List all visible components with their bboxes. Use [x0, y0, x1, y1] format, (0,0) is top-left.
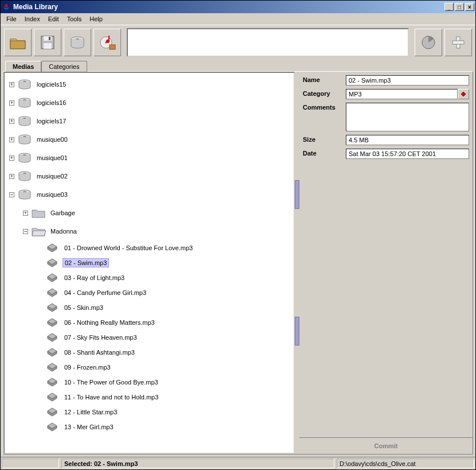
tree-node-label: musique02: [35, 172, 69, 180]
tree-file[interactable]: 13 - Mer Girl.mp3: [5, 419, 294, 434]
menu-index[interactable]: Index: [21, 14, 44, 24]
name-field[interactable]: [346, 75, 469, 86]
tree-file[interactable]: 11 - To Have and not to Hold.mp3: [5, 390, 294, 405]
tree-node-icon: [30, 225, 46, 238]
tree-volume[interactable]: +logiciels15: [5, 75, 294, 94]
pie-button[interactable]: [415, 29, 442, 56]
tree-node-icon: [44, 242, 60, 254]
detail-pane: Name Category Comments: [299, 72, 473, 454]
tree-node-label: Garbage: [49, 209, 77, 217]
svg-rect-13: [452, 41, 464, 44]
tree-file[interactable]: 12 - Little Star.mp3: [5, 405, 294, 419]
menu-file[interactable]: File: [3, 14, 20, 24]
tree-volume[interactable]: +musique00: [5, 130, 294, 149]
tree-file[interactable]: 04 - Candy Perfume Girl.mp3: [5, 285, 294, 300]
tree-node-icon: [44, 361, 60, 374]
tree-volume[interactable]: +logiciels17: [5, 112, 294, 130]
date-label: Date: [303, 149, 346, 157]
close-button[interactable]: ×: [465, 3, 474, 11]
tree-file[interactable]: 10 - The Power of Good Bye.mp3: [5, 375, 294, 390]
menu-help[interactable]: Help: [86, 14, 106, 24]
commit-button[interactable]: Commit: [299, 437, 473, 454]
tree-toggle[interactable]: +: [9, 174, 14, 179]
minimize-button[interactable]: _: [444, 3, 454, 11]
tree-file[interactable]: 02 - Swim.mp3: [5, 255, 294, 270]
svg-point-0: [5, 4, 8, 7]
maximize-button[interactable]: □: [455, 3, 464, 11]
titlebar[interactable]: Media Library _ □ ×: [1, 1, 475, 13]
svg-point-17: [23, 99, 26, 100]
tree-node-icon: [44, 331, 60, 344]
tab-medias[interactable]: Medias: [5, 61, 41, 72]
tree-file[interactable]: 01 - Drowned World - Substitue For Love.…: [5, 240, 294, 255]
tree-toggle[interactable]: –: [9, 192, 14, 197]
save-button[interactable]: [34, 29, 61, 56]
music-cd-button[interactable]: [93, 29, 121, 56]
tree-node-icon: [44, 257, 60, 269]
tree-file[interactable]: 09 - Frozen.mp3: [5, 360, 294, 375]
category-label: Category: [303, 89, 346, 97]
comments-label: Comments: [303, 103, 346, 111]
tree-toggle[interactable]: +: [9, 119, 14, 124]
tree-file[interactable]: 06 - Nothing Really Matters.mp3: [5, 315, 294, 330]
tree-node-label: logiciels17: [35, 117, 68, 125]
add-button[interactable]: [444, 29, 472, 56]
category-field[interactable]: [346, 89, 458, 99]
search-input[interactable]: [127, 28, 409, 57]
tree-file[interactable]: 03 - Ray of Light.mp3: [5, 270, 294, 285]
tree-node-icon: [44, 346, 60, 359]
svg-rect-4: [44, 43, 52, 49]
tree-toggle[interactable]: –: [23, 229, 28, 234]
tree-node-icon: [44, 406, 60, 418]
tree-node-label: 04 - Candy Perfume Girl.mp3: [63, 289, 148, 297]
open-button[interactable]: [4, 29, 32, 56]
tree-file[interactable]: 08 - Shanti Ashtangi.mp3: [5, 345, 294, 360]
tree-volume[interactable]: +musique01: [5, 149, 294, 167]
category-picker-button[interactable]: [458, 89, 469, 99]
tree-node-icon: [44, 286, 60, 299]
tree-pane[interactable]: +logiciels15+logiciels16+logiciels17+mus…: [3, 72, 295, 454]
tree-node-label: 05 - Skin.mp3: [63, 304, 105, 312]
tree-node-icon: [44, 271, 60, 284]
tree-toggle[interactable]: +: [9, 100, 14, 106]
comments-field[interactable]: [346, 103, 469, 131]
tree-volume[interactable]: +logiciels16: [5, 94, 294, 112]
tree-toggle[interactable]: +: [23, 211, 28, 216]
tree-folder[interactable]: +Garbage: [5, 204, 294, 222]
tree-node-icon: [44, 421, 60, 433]
disc-button[interactable]: [64, 29, 91, 56]
svg-point-7: [76, 38, 79, 40]
svg-point-27: [23, 191, 26, 192]
tree-volume[interactable]: –musique03: [5, 185, 294, 204]
date-field[interactable]: [346, 149, 469, 159]
svg-rect-5: [49, 37, 50, 40]
menu-edit[interactable]: Edit: [45, 14, 63, 24]
drive-icon: [68, 33, 87, 52]
tree-node-label: logiciels15: [35, 80, 68, 88]
tree-node-label: Madonna: [49, 227, 79, 235]
menu-tools[interactable]: Tools: [64, 14, 85, 24]
tree-file[interactable]: 07 - Sky Fits Heaven.mp3: [5, 330, 294, 345]
window-title: Media Library: [13, 3, 444, 11]
tree-toggle[interactable]: +: [9, 82, 14, 87]
tree-volume[interactable]: +musique02: [5, 167, 294, 185]
tree-file[interactable]: 05 - Skin.mp3: [5, 300, 294, 315]
svg-point-15: [23, 81, 26, 82]
tree-node-icon: [17, 170, 33, 182]
menubar: File Index Edit Tools Help: [1, 13, 475, 25]
size-field[interactable]: [346, 135, 469, 145]
tree-node-icon: [17, 152, 33, 164]
tree-node-icon: [17, 188, 33, 201]
tree-node-label: 03 - Ray of Light.mp3: [63, 274, 126, 282]
split-divider[interactable]: [295, 72, 299, 454]
tree-toggle[interactable]: +: [9, 137, 14, 142]
tab-categories[interactable]: Categories: [41, 61, 87, 72]
folder-icon: [9, 33, 27, 52]
tree-toggle[interactable]: +: [9, 156, 14, 161]
size-label: Size: [303, 135, 346, 143]
tree-node-icon: [17, 78, 33, 91]
tree-node-label: logiciels16: [35, 99, 68, 107]
tree-node-label: 12 - Little Star.mp3: [63, 408, 119, 416]
music-cd-icon: [98, 33, 116, 52]
tree-folder[interactable]: –Madonna: [5, 222, 294, 240]
